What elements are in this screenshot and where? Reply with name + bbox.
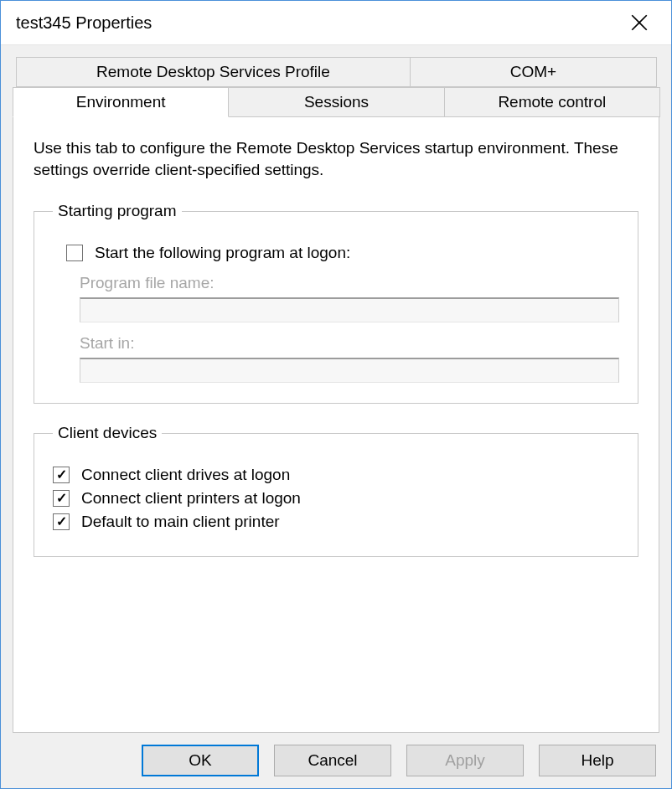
- start-in-label: Start in:: [80, 334, 619, 353]
- tab-row-back: Remote Desktop Services Profile COM+: [16, 57, 656, 87]
- tab-rds-profile[interactable]: Remote Desktop Services Profile: [16, 57, 411, 87]
- start-in-input: [80, 358, 619, 383]
- tab-com-plus[interactable]: COM+: [410, 57, 657, 87]
- default-printer-checkbox[interactable]: [53, 513, 70, 530]
- tab-label: Environment: [76, 93, 166, 111]
- group-legend: Starting program: [53, 202, 182, 220]
- cancel-button[interactable]: Cancel: [274, 745, 391, 776]
- help-button[interactable]: Help: [539, 745, 656, 776]
- client-drives-checkbox[interactable]: [53, 467, 70, 483]
- client-area: Remote Desktop Services Profile COM+ Env…: [1, 44, 671, 788]
- default-printer-label: Default to main client printer: [81, 513, 280, 531]
- tab-label: COM+: [510, 63, 556, 80]
- start-program-checkbox[interactable]: [66, 245, 83, 261]
- tab-label: Remote Desktop Services Profile: [96, 63, 330, 80]
- tab-description: Use this tab to configure the Remote Des…: [34, 137, 638, 180]
- client-drives-checkbox-row[interactable]: Connect client drives at logon: [53, 466, 619, 484]
- program-file-input: [80, 297, 619, 322]
- start-program-checkbox-label: Start the following program at logon:: [95, 244, 350, 262]
- tab-label: Sessions: [304, 93, 369, 111]
- tab-row-front: Environment Sessions Remote control: [13, 87, 659, 117]
- close-button[interactable]: [623, 6, 656, 39]
- tab-environment[interactable]: Environment: [13, 87, 229, 117]
- tab-sessions[interactable]: Sessions: [228, 87, 444, 117]
- group-legend: Client devices: [53, 424, 162, 442]
- window-title: test345 Properties: [16, 13, 623, 33]
- apply-button: Apply: [406, 745, 524, 776]
- group-client-devices: Client devices Connect client drives at …: [34, 424, 638, 557]
- client-printers-checkbox[interactable]: [53, 490, 70, 507]
- group-starting-program: Starting program Start the following pro…: [34, 202, 638, 404]
- client-printers-checkbox-row[interactable]: Connect client printers at logon: [53, 489, 619, 508]
- client-printers-label: Connect client printers at logon: [81, 489, 301, 508]
- default-printer-checkbox-row[interactable]: Default to main client printer: [53, 513, 619, 531]
- titlebar: test345 Properties: [1, 1, 671, 44]
- tab-panel-environment: Use this tab to configure the Remote Des…: [13, 116, 659, 733]
- properties-dialog: test345 Properties Remote Desktop Servic…: [0, 0, 672, 789]
- dialog-buttons: OK Cancel Apply Help: [13, 733, 659, 776]
- tab-remote-control[interactable]: Remote control: [444, 87, 660, 117]
- client-drives-label: Connect client drives at logon: [81, 466, 290, 484]
- close-icon: [631, 14, 648, 31]
- ok-button[interactable]: OK: [142, 745, 259, 776]
- tab-host: Remote Desktop Services Profile COM+ Env…: [13, 57, 659, 733]
- program-file-label: Program file name:: [80, 274, 619, 292]
- start-program-checkbox-row[interactable]: Start the following program at logon:: [66, 244, 619, 262]
- tab-label: Remote control: [498, 93, 606, 111]
